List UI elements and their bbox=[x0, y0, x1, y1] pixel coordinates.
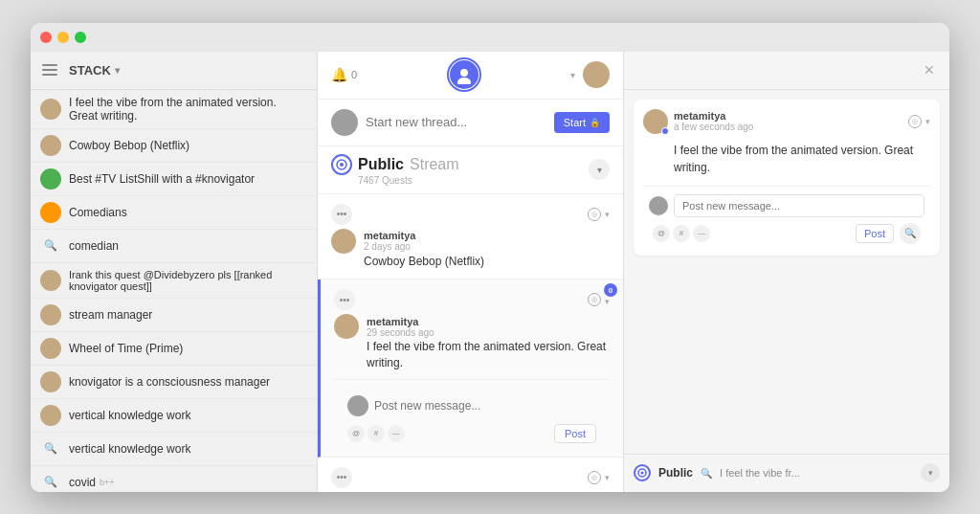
item-text: I feel the vibe from the animated versio… bbox=[69, 96, 307, 123]
thread-options-button[interactable]: ••• bbox=[334, 289, 355, 310]
avatar bbox=[40, 270, 61, 291]
thread-item: ••• ◎ ▾ metamitya 4 days ago bbox=[318, 458, 623, 492]
main-content: STACK ▾ I feel the vibe from the animate… bbox=[31, 52, 949, 492]
thread-content: Cowboy Bebop (Netflix) bbox=[364, 254, 610, 270]
item-text: vertical knowledge work bbox=[69, 442, 190, 456]
sidebar-item[interactable]: Wheel of Time (Prime) bbox=[31, 332, 317, 366]
right-reply-input[interactable] bbox=[674, 194, 924, 217]
right-format-hash-button[interactable]: # bbox=[673, 225, 690, 242]
format-at-button[interactable]: @ bbox=[347, 425, 365, 442]
right-post-button[interactable]: Post bbox=[856, 224, 894, 243]
sidebar-item-search[interactable]: 🔍 comedian bbox=[31, 230, 317, 263]
item-text: Irank this quest @Dividebyzero pls [[ran… bbox=[69, 269, 307, 292]
sidebar-item[interactable]: Irank this quest @Dividebyzero pls [[ran… bbox=[31, 263, 317, 299]
thread-time: 29 seconds ago bbox=[367, 327, 434, 338]
sidebar-item-search[interactable]: 🔍 vertical knowledge work bbox=[31, 433, 317, 466]
stream-name: Public bbox=[358, 156, 404, 173]
stream-header: Public Stream 7467 Quests ▾ bbox=[318, 146, 623, 194]
message-chevron-icon[interactable]: ▾ bbox=[925, 117, 930, 126]
sidebar-items-list: I feel the vibe from the animated versio… bbox=[31, 90, 317, 492]
avatar bbox=[40, 168, 61, 190]
item-text: comedian bbox=[69, 239, 119, 253]
item-text: Cowboy Bebop (Netflix) bbox=[69, 139, 189, 152]
header-right: ▾ bbox=[570, 61, 610, 88]
online-indicator bbox=[661, 127, 669, 135]
right-avatar bbox=[643, 109, 668, 134]
item-text: stream manager bbox=[69, 308, 152, 322]
right-search-button[interactable]: 🔍 bbox=[900, 223, 921, 244]
start-thread-button[interactable]: Start 🔒 bbox=[554, 112, 610, 133]
item-text: Wheel of Time (Prime) bbox=[69, 342, 183, 355]
lock-icon: 🔒 bbox=[590, 118, 600, 127]
bell-count: 0 bbox=[351, 69, 357, 80]
avatar bbox=[40, 371, 61, 392]
thread-item: ••• ◎ ▾ metamitya 2 days ago bbox=[318, 194, 623, 280]
bottom-preview-text: I feel the vibe fr... bbox=[720, 467, 913, 479]
thread-chevron-icon[interactable]: ▾ bbox=[605, 297, 610, 306]
globe-icon: ◎ bbox=[588, 293, 601, 306]
bottom-stream-logo bbox=[634, 464, 651, 481]
reply-input[interactable] bbox=[374, 399, 596, 413]
avatar bbox=[40, 99, 61, 120]
sidebar-item-search[interactable]: 🔍 covid b++ bbox=[31, 466, 317, 492]
sidebar-item[interactable]: Cowboy Bebop (Netflix) bbox=[31, 129, 317, 163]
stream-title-area: Public Stream bbox=[331, 154, 459, 175]
sidebar-item[interactable]: I feel the vibe from the animated versio… bbox=[31, 90, 317, 129]
close-traffic-light[interactable] bbox=[40, 32, 52, 43]
hamburger-icon[interactable] bbox=[42, 64, 57, 76]
bottom-chevron-button[interactable]: ▾ bbox=[921, 463, 940, 482]
post-button[interactable]: Post bbox=[554, 424, 596, 443]
right-username: metamitya bbox=[674, 110, 753, 122]
stream-subtitle: Stream bbox=[410, 156, 459, 173]
svg-point-1 bbox=[457, 78, 471, 84]
right-bottom-bar: Public 🔍 I feel the vibe fr... ▾ bbox=[624, 454, 949, 492]
globe-icon: ◎ bbox=[908, 115, 922, 128]
sidebar-title: STACK ▾ bbox=[69, 63, 120, 78]
thread-chevron-icon[interactable]: ▾ bbox=[605, 210, 610, 219]
right-format-at-button[interactable]: @ bbox=[653, 225, 670, 242]
header-chevron-icon[interactable]: ▾ bbox=[570, 70, 575, 80]
sidebar-item[interactable]: Best #TV ListShill with a #knovigator bbox=[31, 163, 317, 196]
maximize-traffic-light[interactable] bbox=[75, 32, 86, 43]
right-panel-content: metamitya a few seconds ago ◎ ▾ I feel t… bbox=[624, 90, 949, 454]
bell-icon: 🔔 bbox=[331, 67, 347, 82]
bottom-search-icon: 🔍 bbox=[701, 468, 712, 479]
stream-chevron-button[interactable]: ▾ bbox=[589, 159, 610, 180]
format-link-button[interactable]: — bbox=[388, 425, 405, 442]
right-message-actions: ◎ ▾ bbox=[908, 115, 930, 128]
item-text: vertical knowledge work bbox=[69, 409, 190, 422]
minimize-traffic-light[interactable] bbox=[57, 32, 69, 43]
item-text: covid bbox=[69, 476, 96, 489]
app-window: STACK ▾ I feel the vibe from the animate… bbox=[31, 23, 949, 492]
thread-user-info: metamitya 29 seconds ago bbox=[334, 314, 610, 339]
thread-chevron-icon[interactable]: ▾ bbox=[605, 473, 610, 482]
search-icon: 🔍 bbox=[40, 438, 61, 459]
thread-username: metamitya bbox=[364, 230, 415, 241]
thread-user-info: metamitya 2 days ago bbox=[331, 229, 610, 254]
right-time: a few seconds ago bbox=[674, 122, 753, 132]
user-avatar-circle[interactable] bbox=[447, 57, 481, 92]
stream-logo bbox=[331, 154, 352, 175]
thread-options-button[interactable]: ••• bbox=[331, 204, 352, 225]
right-format-dash-button[interactable]: — bbox=[693, 225, 710, 242]
globe-icon: ◎ bbox=[588, 471, 601, 484]
new-thread-input[interactable] bbox=[366, 115, 546, 129]
reply-avatar bbox=[347, 395, 368, 416]
middle-header: 🔔 0 ▾ bbox=[318, 52, 623, 100]
sidebar-item[interactable]: knovigator is a consciousness manager bbox=[31, 366, 317, 399]
avatar bbox=[40, 405, 61, 426]
right-panel: ✕ metamitya a few seconds ago bbox=[624, 52, 949, 492]
right-user-info: metamitya a few seconds ago bbox=[643, 109, 753, 134]
format-hashtag-button[interactable]: # bbox=[368, 425, 385, 442]
header-left: 🔔 0 bbox=[331, 67, 357, 82]
search-icon: 🔍 bbox=[40, 235, 61, 257]
sidebar-item[interactable]: Comedians bbox=[31, 196, 317, 230]
user-avatar-sm[interactable] bbox=[583, 61, 610, 88]
thread-options-button[interactable]: ••• bbox=[331, 467, 352, 488]
sidebar-item[interactable]: stream manager bbox=[31, 299, 317, 332]
sidebar-item[interactable]: vertical knowledge work bbox=[31, 399, 317, 433]
right-reply-avatar bbox=[649, 196, 668, 215]
close-button[interactable]: ✕ bbox=[921, 61, 938, 78]
thread-username: metamitya bbox=[367, 316, 434, 327]
stack-label: STACK bbox=[69, 63, 111, 78]
